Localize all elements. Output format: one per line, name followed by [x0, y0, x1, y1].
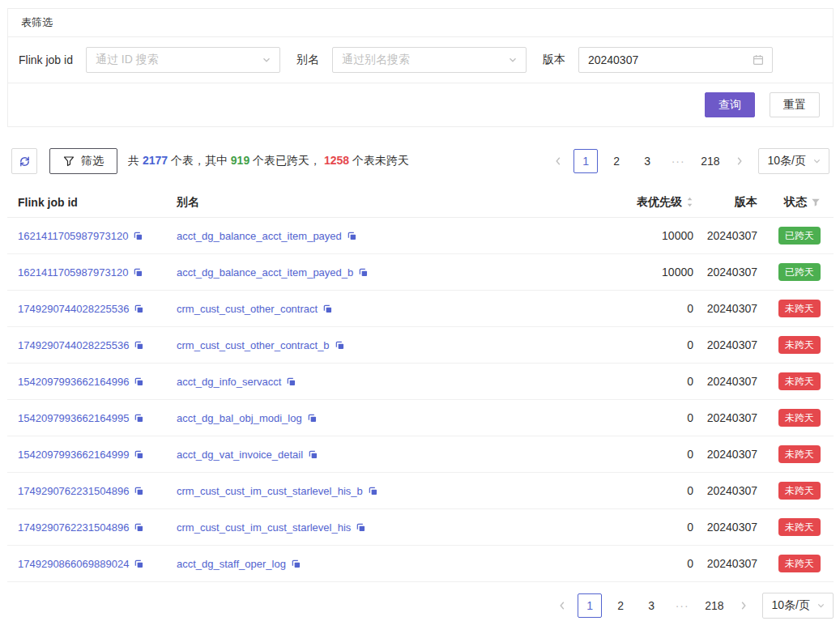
copy-icon[interactable]: [286, 376, 296, 387]
next-page-button[interactable]: [731, 149, 748, 173]
flink-job-id-link[interactable]: 1749290762231504896: [18, 521, 144, 534]
alias-link[interactable]: acct_dg_bal_obj_modi_log: [177, 412, 318, 424]
filter-toggle-button[interactable]: 筛选: [49, 148, 117, 174]
alias-link[interactable]: crm_cust_cust_other_contract_b: [177, 339, 345, 351]
page-size-label: 10条/页: [768, 154, 806, 168]
refresh-button[interactable]: [11, 148, 37, 174]
alias-label: 别名: [296, 53, 319, 67]
status-badge: 未跨天: [778, 555, 821, 572]
page-number-2[interactable]: 2: [604, 149, 629, 173]
row-id-text: 1542097993662164999: [18, 449, 129, 461]
status-badge: 未跨天: [778, 336, 821, 354]
row-id-text: 1621411705987973120: [18, 266, 128, 279]
alias-select[interactable]: 通过别名搜索: [332, 47, 527, 73]
row-version: 20240307: [707, 411, 757, 424]
cell-flink-job-id: 1749290762231504896: [18, 484, 177, 497]
copy-icon[interactable]: [347, 231, 357, 241]
status-filter-funnel-icon[interactable]: [811, 198, 821, 207]
copy-icon[interactable]: [134, 559, 144, 569]
cell-alias: crm_cust_cust_other_contract: [177, 302, 564, 315]
copy-icon[interactable]: [133, 267, 143, 278]
copy-icon[interactable]: [368, 486, 378, 496]
alias-link[interactable]: crm_cust_cust_other_contract: [177, 303, 333, 315]
cell-status: 未跨天: [757, 336, 821, 354]
alias-link[interactable]: acct_dg_balance_acct_item_payed_b: [177, 266, 369, 279]
prev-page-button[interactable]: [553, 593, 571, 618]
cell-flink-job-id: 1749290866069889024: [18, 557, 177, 570]
copy-icon[interactable]: [134, 449, 144, 460]
pagination-ellipsis[interactable]: ···: [666, 155, 690, 168]
flink-job-id-link[interactable]: 1621411705987973120: [18, 230, 143, 242]
row-id-text: 1749290744028225536: [18, 303, 129, 315]
copy-icon[interactable]: [307, 413, 318, 423]
page-number-1[interactable]: 1: [578, 593, 602, 618]
row-version: 20240307: [707, 484, 757, 497]
flink-job-id-link[interactable]: 1749290744028225536: [18, 303, 144, 315]
row-priority: 0: [687, 375, 693, 388]
alias-link[interactable]: crm_cust_cust_im_cust_starlevel_his: [177, 521, 366, 534]
flink-job-id-placeholder: 通过 ID 搜索: [96, 53, 159, 67]
copy-icon[interactable]: [134, 486, 144, 496]
flink-job-id-select[interactable]: 通过 ID 搜索: [86, 47, 280, 73]
cell-priority: 0: [564, 557, 693, 570]
page-number-2[interactable]: 2: [608, 593, 633, 618]
flink-job-id-link[interactable]: 1542097993662164999: [18, 449, 144, 461]
page-number-218[interactable]: 218: [697, 149, 723, 173]
cell-status: 未跨天: [757, 555, 821, 572]
page-size-select[interactable]: 10条/页: [758, 148, 829, 174]
version-date-input[interactable]: 20240307: [578, 47, 773, 73]
prev-page-button[interactable]: [549, 149, 567, 173]
table-body: 1621411705987973120 acct_dg_balance_acct…: [7, 218, 834, 582]
copy-icon[interactable]: [134, 340, 144, 351]
copy-icon[interactable]: [335, 340, 345, 351]
flink-job-id-link[interactable]: 1542097993662164995: [18, 412, 144, 424]
page-number-1[interactable]: 1: [574, 149, 598, 173]
cell-alias: acct_dg_info_servacct: [177, 375, 564, 388]
copy-icon[interactable]: [291, 559, 301, 569]
status-badge: 未跨天: [778, 300, 821, 317]
alias-link[interactable]: acct_dg_staff_oper_log: [177, 558, 301, 570]
alias-link[interactable]: crm_cust_cust_im_cust_starlevel_his_b: [177, 485, 378, 497]
cell-priority: 10000: [564, 229, 693, 242]
page-number-3[interactable]: 3: [635, 149, 659, 173]
page-size-select[interactable]: 10条/页: [762, 593, 834, 619]
table-toolbar: 筛选 共 2177 个表，其中 919 个表已跨天， 1258 个表未跨天 12…: [7, 148, 834, 174]
flink-job-id-link[interactable]: 1749290762231504896: [18, 485, 144, 497]
row-priority: 0: [687, 557, 693, 570]
alias-link[interactable]: acct_dg_vat_invoice_detail: [177, 449, 318, 461]
alias-link[interactable]: acct_dg_info_servacct: [177, 376, 296, 388]
page-number-3[interactable]: 3: [639, 593, 663, 618]
copy-icon[interactable]: [134, 376, 144, 387]
page-number-218[interactable]: 218: [701, 593, 727, 618]
flink-job-id-link[interactable]: 1749290744028225536: [18, 339, 144, 351]
alias-link[interactable]: acct_dg_balance_acct_item_payed: [177, 230, 357, 242]
copy-icon[interactable]: [308, 449, 318, 460]
copy-icon[interactable]: [134, 413, 144, 423]
flink-job-id-link[interactable]: 1749290866069889024: [18, 558, 144, 570]
row-alias-text: crm_cust_cust_im_cust_starlevel_his: [177, 521, 351, 534]
status-badge: 未跨天: [778, 445, 821, 463]
row-version: 20240307: [707, 338, 757, 351]
cell-alias: crm_cust_cust_im_cust_starlevel_his_b: [177, 484, 564, 497]
cell-priority: 0: [564, 521, 693, 534]
flink-job-id-link[interactable]: 1542097993662164996: [18, 376, 144, 388]
reset-button[interactable]: 重置: [770, 92, 820, 117]
query-button[interactable]: 查询: [705, 92, 755, 117]
sort-carets-icon[interactable]: [686, 196, 693, 208]
page: 表筛选 Flink job id 通过 ID 搜索 别名 通过别名搜索: [0, 0, 840, 619]
cell-flink-job-id: 1542097993662164996: [18, 375, 177, 388]
flink-job-id-link[interactable]: 1621411705987973120: [18, 266, 143, 279]
copy-icon[interactable]: [134, 522, 144, 533]
copy-icon[interactable]: [134, 304, 144, 314]
column-header-priority[interactable]: 表优先级: [564, 195, 693, 210]
pagination-ellipsis[interactable]: ···: [670, 599, 694, 612]
cell-version: 20240307: [693, 375, 757, 388]
row-alias-text: acct_dg_staff_oper_log: [177, 558, 286, 570]
cell-version: 20240307: [693, 229, 757, 242]
copy-icon[interactable]: [133, 231, 143, 241]
copy-icon[interactable]: [322, 304, 333, 314]
next-page-button[interactable]: [735, 593, 753, 618]
row-version: 20240307: [707, 266, 757, 279]
copy-icon[interactable]: [356, 522, 366, 533]
copy-icon[interactable]: [358, 267, 369, 278]
